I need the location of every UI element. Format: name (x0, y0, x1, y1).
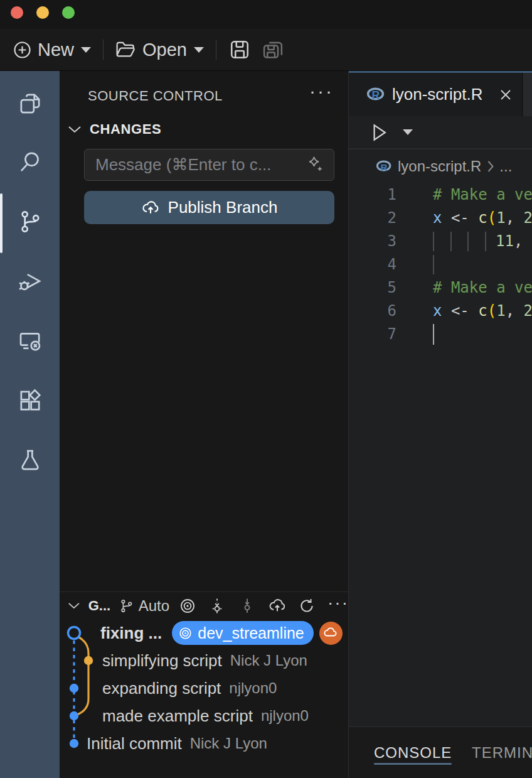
tab-strip-empty (523, 73, 532, 116)
close-icon[interactable] (499, 88, 513, 102)
line-content: # Make a ve (433, 183, 532, 207)
traffic-light-zoom[interactable] (62, 6, 75, 19)
run-options-chevron-icon[interactable] (403, 129, 413, 135)
remote-cloud-icon[interactable] (319, 622, 343, 645)
commit-author: njlyon0 (229, 679, 277, 697)
cloud-upload-icon (141, 198, 160, 217)
breadcrumb: R lyon-script.R ... (349, 151, 532, 182)
commit-row[interactable]: made example scriptnjlyon0 (60, 702, 349, 730)
app-window: New Open (0, 0, 532, 778)
chevron-down-icon (81, 47, 91, 53)
commit-message-placeholder: Message (⌘Enter to c... (95, 155, 306, 175)
line-number: 3 (349, 230, 396, 253)
code-editor[interactable]: 1# Make a ve2x <- c(1, 2311,45# Make a v… (349, 183, 532, 346)
sidebar-item-explorer[interactable] (18, 91, 43, 116)
activity-bar (0, 71, 60, 778)
line-content: x <- c(1, 2 (433, 207, 532, 230)
changes-section-header[interactable]: CHANGES (68, 121, 161, 138)
commit-message-input[interactable]: Message (⌘Enter to c... (84, 149, 334, 181)
sidebar-item-testing[interactable] (18, 448, 43, 473)
indent-guide (467, 232, 469, 251)
code-line[interactable]: 5# Make a ve (349, 276, 532, 300)
git-pull-icon (238, 597, 256, 615)
sidebar-item-source-control[interactable] (18, 209, 43, 234)
tab-strip: R lyon-script.R (349, 73, 532, 116)
sidebar-item-run-debug[interactable] (18, 269, 43, 294)
target-icon (179, 597, 196, 615)
publish-branch-label: Publish Branch (168, 198, 278, 217)
commit-message: made example script (102, 706, 253, 726)
chevron-right-icon (486, 160, 494, 173)
sidebar-item-sessions[interactable] (18, 328, 43, 354)
svg-text:R: R (381, 162, 388, 173)
commit-author: njlyon0 (261, 707, 309, 725)
traffic-light-minimize[interactable] (36, 6, 49, 19)
commit-row[interactable]: Initial commitNick J Lyon (60, 730, 349, 757)
tab-console[interactable]: CONSOLE (374, 727, 452, 778)
commit-message: fixing ... (100, 624, 162, 643)
top-toolbar: New Open (0, 29, 532, 71)
new-button[interactable]: New (13, 40, 91, 60)
graph-section-header: G... Auto (60, 592, 349, 619)
line-content: 11, (433, 230, 532, 253)
indent-guide (433, 232, 434, 251)
code-line[interactable]: 2x <- c(1, 2 (349, 207, 532, 230)
cloud-upload-icon (268, 597, 287, 615)
tab-title: lyon-script.R (392, 85, 482, 104)
commit-author: Nick J Lyon (190, 735, 267, 752)
refresh-button[interactable] (298, 597, 316, 615)
code-line[interactable]: 6x <- c(1, 2 (349, 300, 532, 323)
more-actions-button[interactable]: ··· (309, 80, 334, 102)
save-button[interactable] (228, 38, 251, 61)
indent-guide (433, 255, 434, 274)
chevron-down-icon (194, 47, 204, 53)
chevron-down-icon[interactable] (68, 602, 80, 610)
line-content (433, 323, 532, 346)
sidebar-item-extensions[interactable] (18, 388, 43, 413)
chevron-down-icon (68, 125, 82, 134)
breadcrumb-file[interactable]: lyon-script.R (398, 158, 481, 175)
branch-filter-label[interactable]: Auto (139, 597, 169, 615)
sidebar-item-search[interactable] (18, 149, 43, 175)
save-all-button[interactable] (261, 38, 285, 61)
tab-terminal[interactable]: TERMINAL (472, 727, 532, 778)
run-button[interactable] (370, 122, 388, 143)
svg-text:R: R (372, 89, 380, 102)
line-number: 1 (349, 183, 396, 207)
line-number: 2 (349, 207, 396, 230)
indent-guide (450, 232, 452, 251)
graph-more-actions-button[interactable]: ··· (327, 593, 349, 613)
commit-message: Initial commit (87, 734, 182, 754)
code-line[interactable]: 311, (349, 230, 532, 253)
commit-row[interactable]: simplifying scriptNick J Lyon (60, 647, 349, 674)
refresh-icon (298, 597, 316, 615)
changes-section-label: CHANGES (90, 121, 161, 138)
publish-branch-button[interactable]: Publish Branch (84, 191, 334, 224)
beaker-icon (18, 448, 43, 473)
code-line[interactable]: 4 (349, 253, 532, 276)
git-branch-icon[interactable] (119, 598, 134, 613)
goto-current-commit-button[interactable] (178, 597, 196, 615)
git-push-button[interactable] (268, 597, 287, 615)
branch-badge[interactable]: dev_streamline (172, 621, 314, 645)
code-line[interactable]: 7 (349, 323, 532, 346)
git-fetch-button[interactable] (208, 597, 226, 615)
toolbar-divider (103, 40, 104, 60)
commit-message: expanding script (102, 679, 221, 698)
debug-icon (18, 269, 43, 294)
commit-row[interactable]: fixing ...dev_streamline (60, 619, 349, 647)
r-language-icon: R (376, 160, 392, 173)
indent-guide (485, 232, 486, 251)
files-icon (18, 91, 43, 116)
sparkle-icon[interactable] (306, 155, 325, 175)
traffic-light-close[interactable] (11, 6, 23, 19)
commit-list: fixing ...dev_streamlinesimplifying scri… (60, 619, 349, 757)
active-item-indicator (0, 193, 3, 253)
breadcrumb-symbol[interactable]: ... (499, 158, 512, 175)
commit-row[interactable]: expanding scriptnjlyon0 (60, 674, 349, 702)
r-language-icon: R (367, 87, 385, 102)
code-line[interactable]: 1# Make a ve (349, 183, 532, 207)
open-button[interactable]: Open (115, 40, 204, 60)
tab-lyon-script[interactable]: R lyon-script.R (349, 73, 523, 116)
git-pull-button[interactable] (238, 597, 256, 615)
